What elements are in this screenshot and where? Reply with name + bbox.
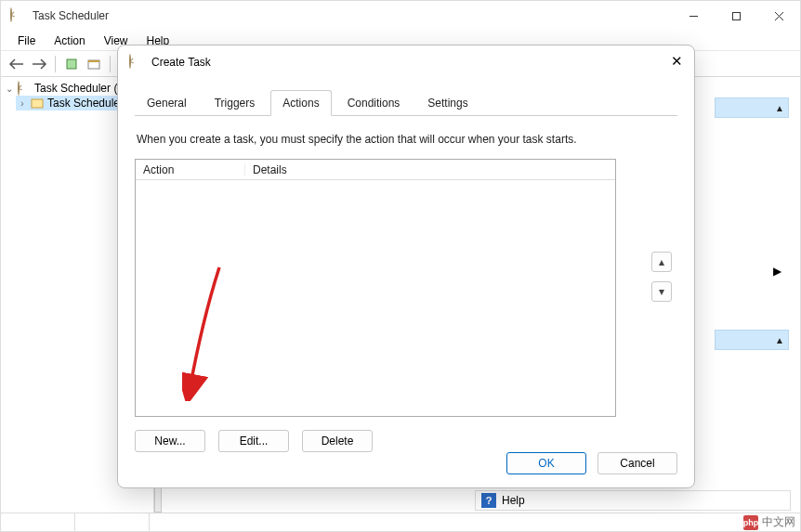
list-header: Action Details <box>136 160 615 180</box>
tab-actions[interactable]: Actions <box>270 90 331 116</box>
app-icon <box>129 55 144 70</box>
window-title: Task Scheduler <box>33 9 109 22</box>
actions-section-header-2[interactable]: ▲ <box>715 330 789 350</box>
tab-conditions[interactable]: Conditions <box>335 90 413 116</box>
watermark-text: 中文网 <box>762 514 795 530</box>
maximize-button[interactable] <box>715 1 757 31</box>
new-button[interactable]: New... <box>135 430 205 452</box>
delete-button[interactable]: Delete <box>302 430 373 452</box>
help-panel[interactable]: ? Help <box>475 490 791 511</box>
tree-expand-toggle[interactable]: ⌄ <box>5 84 14 94</box>
toolbar-separator <box>110 56 111 72</box>
actions-section-header[interactable]: ▲ <box>715 97 789 118</box>
splitter[interactable] <box>154 485 162 513</box>
watermark-logo: php <box>743 515 758 530</box>
play-icon[interactable]: ▶ <box>773 265 781 278</box>
nav-forward-button[interactable] <box>29 54 49 74</box>
app-icon <box>18 82 31 95</box>
tree-expand-toggle[interactable]: › <box>18 98 27 109</box>
chevron-up-icon: ▲ <box>775 335 784 345</box>
svg-rect-6 <box>88 60 99 62</box>
toolbar-separator <box>55 56 56 72</box>
folder-icon <box>31 97 44 110</box>
tab-settings[interactable]: Settings <box>415 90 479 116</box>
tree-library-label: Task Schedule <box>47 97 120 110</box>
chevron-up-icon: ▲ <box>775 103 784 113</box>
tab-description: When you create a task, you must specify… <box>137 133 676 146</box>
svg-rect-4 <box>67 59 76 69</box>
dialog-buttons: OK Cancel <box>506 452 677 474</box>
close-button[interactable] <box>757 1 800 31</box>
tab-strip: General Triggers Actions Conditions Sett… <box>118 90 694 116</box>
titlebar: Task Scheduler <box>1 1 800 31</box>
help-icon: ? <box>481 493 496 508</box>
help-label: Help <box>502 494 525 507</box>
tree-root-label: Task Scheduler (L <box>34 82 124 95</box>
tab-triggers[interactable]: Triggers <box>203 90 268 116</box>
dialog-title: Create Task <box>151 56 211 69</box>
nav-back-button[interactable] <box>7 54 27 74</box>
dialog-titlebar: Create Task ✕ <box>118 45 694 79</box>
menu-action[interactable]: Action <box>45 32 94 49</box>
toolbar-btn-2[interactable] <box>84 54 104 74</box>
list-buttons: New... Edit... Delete <box>135 430 677 452</box>
status-segment <box>1 513 75 531</box>
move-up-button[interactable]: ▴ <box>651 252 672 272</box>
edit-button[interactable]: Edit... <box>218 430 289 452</box>
create-task-dialog: Create Task ✕ General Triggers Actions C… <box>117 45 695 488</box>
statusbar <box>1 513 800 531</box>
status-segment <box>75 513 150 531</box>
watermark: php 中文网 <box>743 514 795 530</box>
toolbar-btn-1[interactable] <box>61 54 82 74</box>
tab-content: When you create a task, you must specify… <box>118 116 694 452</box>
tab-general[interactable]: General <box>135 90 199 116</box>
actions-list[interactable]: Action Details <box>135 159 616 417</box>
ok-button[interactable]: OK <box>506 452 586 474</box>
svg-rect-1 <box>732 12 740 19</box>
window-controls <box>672 1 800 31</box>
cancel-button[interactable]: Cancel <box>597 452 677 474</box>
svg-rect-9 <box>32 99 43 108</box>
move-down-button[interactable]: ▾ <box>651 281 672 302</box>
menu-file[interactable]: File <box>8 32 45 49</box>
app-icon <box>10 8 25 23</box>
column-details[interactable]: Details <box>245 163 295 176</box>
column-action[interactable]: Action <box>136 163 245 176</box>
reorder-buttons: ▴ ▾ <box>651 252 672 302</box>
close-button[interactable]: ✕ <box>671 53 683 70</box>
minimize-button[interactable] <box>672 1 715 31</box>
